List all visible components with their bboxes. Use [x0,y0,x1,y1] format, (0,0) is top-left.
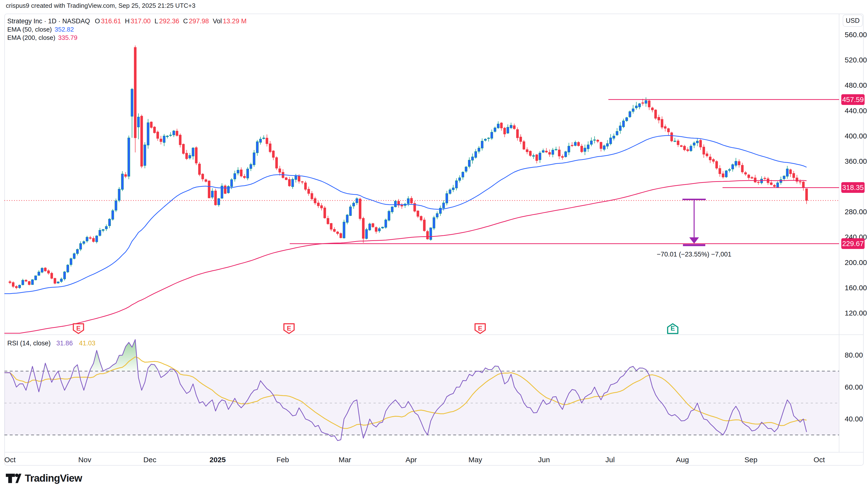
candle-body [150,122,152,127]
candle-body [754,178,756,182]
symbol-title[interactable]: Strategy Inc · 1D · NASDAQ [7,17,90,25]
candle-body [141,116,143,166]
candle-body [417,211,419,217]
measure-bottom-bar [683,244,705,246]
close-value: 297.98 [189,17,209,25]
rsi-legend-row[interactable]: RSI (14, close) 31.86 41.03 [7,340,96,347]
candle-body [523,142,525,149]
candle-body [388,211,390,220]
candle-body [92,238,94,242]
candle-body [208,181,210,198]
candle-body [677,141,679,145]
candle-body [446,193,448,203]
candle-body [285,178,287,180]
price-axis-label: 200.00 [845,259,868,267]
candle-body [471,157,473,160]
candle-body [365,229,368,239]
time-axis-label: Jun [538,456,550,464]
tradingview-logo-text: TradingView [25,473,82,484]
chart-canvas[interactable]: EEEE [0,0,868,495]
open-value: 316.61 [101,17,121,25]
time-axis-label: Oct [4,456,16,464]
candle-body [577,142,580,146]
candle-body [108,219,111,226]
candle-body [574,142,576,146]
candle-body [67,265,69,272]
candle-body [520,137,522,142]
candle-body [308,189,310,193]
candle-body [112,210,114,219]
ema50-legend-row[interactable]: EMA (50, close) 352.82 [7,25,250,34]
candle-body [655,110,657,118]
time-axis-label: Dec [143,456,156,464]
candle-body [407,199,410,204]
candle-body [125,175,127,176]
candle-body [529,151,532,155]
candle-body [452,188,454,190]
candle-body [503,128,506,134]
candle-body [118,189,120,200]
earnings-marker-down[interactable]: E [284,324,294,334]
candle-body [266,138,268,144]
price-axis-label: 480.00 [845,81,868,89]
earnings-marker-down[interactable]: E [475,324,485,334]
candle-body [134,47,136,138]
ema200-legend-row[interactable]: EMA (200, close) 335.79 [7,34,250,42]
candle-body [362,218,364,239]
candle-body [154,127,156,133]
ema50-line[interactable] [4,136,806,294]
candle-body [516,130,519,138]
candle-body [427,232,429,239]
candle-body [760,179,763,183]
earnings-marker-down[interactable]: E [73,324,84,334]
candle-body [442,203,445,208]
horizontal-level-rays[interactable] [290,100,839,244]
price-axis-badge: 229.67 [841,238,865,249]
candle-body [581,146,583,152]
candle-body [34,276,37,280]
candle-body [333,229,335,232]
candle-body [73,254,75,258]
candle-body [770,183,772,185]
earnings-marker-up[interactable]: E [667,324,678,334]
candle-body [805,189,808,201]
low-label: L [154,17,158,25]
candle-body [25,280,27,281]
candle-body [311,193,313,199]
candle-body [642,103,644,103]
candle-body [230,180,233,187]
ema-lines[interactable] [4,136,806,333]
candle-body [613,136,615,138]
candle-body [128,138,130,176]
candle-body [186,153,188,159]
candle-body [510,125,512,128]
candle-body [744,172,747,174]
measure-annotation-text[interactable]: −70.01 (−23.55%) −7,001 [657,251,731,258]
symbol-row[interactable]: Strategy Inc · 1D · NASDAQO316.61H317.00… [7,17,250,25]
candle-body [635,106,638,108]
measure-tool-arrow[interactable] [682,199,706,246]
candle-body [31,279,34,285]
candle-body [340,234,342,238]
candle-body [731,165,734,169]
earnings-markers[interactable]: EEEE [73,324,678,334]
candle-body [632,109,634,112]
ema50-label: EMA (50, close) [7,26,52,33]
candle-body [783,176,785,179]
candle-body [555,149,557,150]
price-axis-label: 120.00 [845,309,868,317]
candle-body [301,182,303,183]
candle-body [568,146,570,152]
candle-body [89,238,91,239]
candle-body [552,150,554,154]
candle-body [15,286,17,288]
tradingview-logo[interactable]: TradingView [6,472,82,484]
candle-body [549,152,551,154]
candle-body [709,157,711,160]
rsi-panel[interactable] [4,340,839,441]
candle-body [179,135,181,145]
candle-body [173,131,175,135]
candle-body [385,220,387,227]
candle-body [411,198,413,203]
rsi-label: RSI (14, close) [7,340,51,347]
